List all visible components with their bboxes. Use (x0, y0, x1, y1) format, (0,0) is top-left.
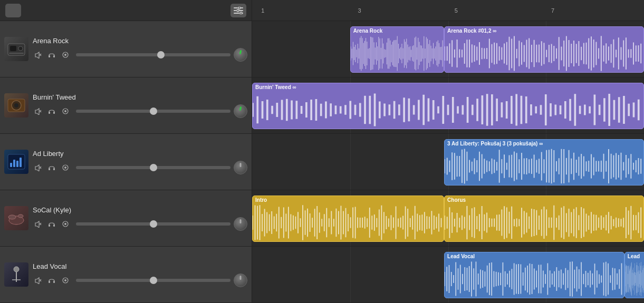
lane-1: Burnin' Tweed ∞ (252, 77, 644, 134)
clip-ad-liberty-1[interactable]: 3 Ad Liberty: Pokušaj 3 (3 pokušaja) ∞ (444, 139, 644, 185)
svg-rect-25 (53, 112, 55, 114)
clip-lead-vocal-1[interactable]: Lead Vocal (444, 252, 624, 298)
record-button-socal-kyle[interactable] (60, 219, 71, 229)
clip-wave-arena-rock-2 (445, 35, 643, 72)
volume-slider-ad-liberty[interactable] (76, 166, 230, 169)
svg-point-41 (8, 215, 16, 219)
clip-wave-lead-vocal-2 (625, 260, 644, 298)
timeline-marks: 1357 (257, 0, 644, 21)
track-controls-arena-rock (33, 48, 247, 62)
mute-button-arena-rock[interactable] (33, 50, 43, 60)
record-button-burnin-tweed[interactable] (60, 106, 71, 116)
svg-point-38 (64, 167, 66, 169)
svg-rect-45 (49, 224, 50, 227)
timeline-mark-7: 7 (551, 7, 554, 14)
volume-slider-socal-kyle[interactable] (76, 222, 230, 226)
track-name-socal-kyle: SoCal (Kyle) (33, 206, 247, 214)
lane-0: Arena RockArena Rock #01,2 ∞ (252, 21, 644, 77)
mute-button-burnin-tweed[interactable] (33, 106, 43, 116)
clip-intro-1[interactable]: Intro (252, 196, 444, 242)
track-row-burnin-tweed: Burnin' Tweed (0, 77, 252, 134)
headphone-button-socal-kyle[interactable] (46, 219, 57, 229)
svg-point-27 (64, 110, 66, 112)
clip-wave-chorus-1 (445, 204, 643, 241)
headphone-button-lead-vocal[interactable] (46, 275, 57, 286)
svg-point-42 (18, 214, 23, 218)
panel-header (0, 0, 252, 21)
pan-knob-ad-liberty[interactable] (234, 161, 247, 174)
clip-chorus-1[interactable]: Chorus (444, 196, 644, 242)
svg-rect-15 (49, 55, 50, 57)
clip-wave-burnin-tweed-1 (253, 91, 643, 129)
track-info-arena-rock: Arena Rock (33, 37, 247, 62)
svg-rect-55 (53, 281, 55, 283)
track-thumb-ad-liberty (4, 150, 28, 174)
svg-rect-3 (234, 10, 236, 11)
track-controls-lead-vocal (33, 273, 247, 287)
track-thumb-socal-kyle (4, 206, 28, 230)
lane-4: Lead VocalLead (252, 247, 644, 303)
arrangement: 1357 Arena RockArena Rock #01,2 ∞Burnin'… (252, 0, 644, 303)
clip-wave-arena-rock-1 (351, 35, 444, 72)
headphone-button-arena-rock[interactable] (46, 50, 57, 60)
svg-rect-36 (53, 168, 55, 170)
clip-label-lead-vocal-1: Lead Vocal (445, 252, 624, 260)
track-row-socal-kyle: SoCal (Kyle) (0, 190, 252, 247)
timeline-header: 1357 (252, 0, 644, 21)
pan-knob-arena-rock[interactable] (234, 48, 247, 62)
track-thumb-burnin-tweed (4, 93, 28, 118)
clip-wave-ad-liberty-1 (445, 148, 643, 185)
clip-label-arena-rock-1: Arena Rock (351, 27, 444, 35)
timeline-mark-5: 5 (455, 7, 458, 14)
record-button-ad-liberty[interactable] (60, 162, 71, 173)
clip-arena-rock-2[interactable]: Arena Rock #01,2 ∞ (444, 26, 644, 73)
svg-point-48 (64, 223, 66, 225)
track-info-lead-vocal: Lead Vocal (33, 262, 247, 287)
add-track-button[interactable] (5, 4, 21, 17)
clip-wave-lead-vocal-1 (445, 260, 624, 298)
clip-label-chorus-1: Chorus (445, 196, 643, 204)
track-controls-ad-liberty (33, 161, 247, 174)
svg-rect-5 (239, 10, 243, 11)
volume-slider-burnin-tweed[interactable] (76, 110, 230, 113)
mute-button-ad-liberty[interactable] (33, 162, 43, 173)
svg-rect-31 (16, 161, 18, 167)
clip-lead-vocal-2[interactable]: Lead (624, 252, 644, 298)
timeline-mark-3: 3 (358, 7, 361, 14)
svg-point-11 (18, 46, 23, 51)
svg-rect-32 (20, 158, 22, 167)
svg-rect-2 (241, 7, 243, 8)
clip-burnin-tweed-1[interactable]: Burnin' Tweed ∞ (252, 83, 644, 129)
mute-button-socal-kyle[interactable] (33, 219, 43, 229)
headphone-button-burnin-tweed[interactable] (46, 106, 57, 116)
pan-knob-socal-kyle[interactable] (234, 217, 247, 231)
svg-rect-30 (13, 160, 15, 167)
pan-knob-lead-vocal[interactable] (234, 273, 247, 287)
svg-point-21 (14, 103, 18, 107)
volume-slider-lead-vocal[interactable] (76, 279, 230, 282)
svg-rect-29 (10, 163, 12, 167)
clip-arena-rock-1[interactable]: Arena Rock (350, 26, 444, 73)
svg-rect-54 (49, 281, 50, 283)
mute-button-lead-vocal[interactable] (33, 275, 43, 286)
svg-point-7 (240, 12, 242, 14)
track-controls-socal-kyle (33, 217, 247, 231)
track-name-arena-rock: Arena Rock (33, 37, 247, 45)
track-info-ad-liberty: Ad Liberty (33, 150, 247, 174)
svg-rect-6 (234, 13, 239, 14)
record-button-arena-rock[interactable] (60, 50, 71, 60)
svg-point-1 (238, 7, 241, 9)
volume-slider-arena-rock[interactable] (76, 53, 230, 56)
pan-knob-burnin-tweed[interactable] (234, 104, 247, 118)
headphone-button-ad-liberty[interactable] (46, 162, 57, 173)
svg-rect-10 (10, 46, 16, 51)
svg-rect-24 (49, 112, 50, 114)
clip-label-lead-vocal-2: Lead (625, 252, 644, 260)
record-button-lead-vocal[interactable] (60, 275, 71, 286)
svg-rect-35 (49, 168, 50, 170)
clip-label-ad-liberty-1: 3 Ad Liberty: Pokušaj 3 (3 pokušaja) ∞ (445, 140, 643, 148)
svg-rect-8 (242, 13, 243, 14)
track-row-lead-vocal: Lead Vocal (0, 247, 252, 303)
track-lanes: Arena RockArena Rock #01,2 ∞Burnin' Twee… (252, 21, 644, 303)
smart-controls-button[interactable] (230, 4, 246, 17)
